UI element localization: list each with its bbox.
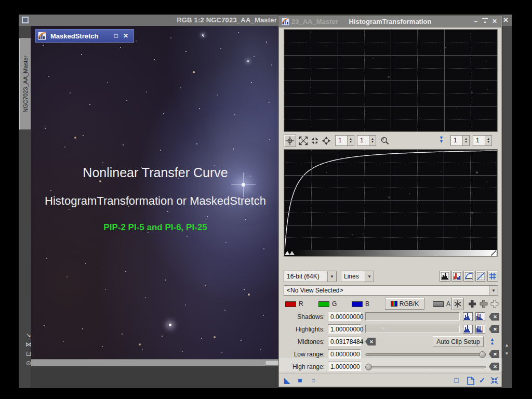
high-range-value-field[interactable]: 1.0000000 bbox=[328, 362, 361, 371]
horizontal-scrollbar-thumb[interactable] bbox=[265, 360, 279, 366]
edit-instance-icon[interactable]: □ bbox=[454, 376, 458, 384]
show-grid-button[interactable] bbox=[487, 271, 498, 282]
maskedstretch-close-icon[interactable]: ✕ bbox=[123, 32, 128, 39]
show-identity-line-button[interactable] bbox=[475, 271, 486, 282]
spinner-arrows[interactable]: ▲ ▼ bbox=[369, 136, 376, 145]
clipping-mid-icon[interactable] bbox=[480, 300, 488, 308]
translucent-stars bbox=[285, 150, 286, 151]
show-output-histogram-button[interactable] bbox=[451, 271, 462, 282]
clipping-light-icon[interactable] bbox=[490, 300, 499, 308]
channel-rgbk-label: RGB/K bbox=[400, 300, 419, 308]
transfer-curve-area[interactable] bbox=[285, 150, 497, 250]
plot-mode-select[interactable]: Lines ▼ bbox=[341, 271, 374, 282]
scroll-up-icon[interactable]: ▲ bbox=[504, 343, 510, 348]
horizontal-zoom-value: 1 bbox=[336, 136, 347, 145]
reset-collapse-icon[interactable] bbox=[490, 377, 498, 384]
low-range-value-field[interactable]: 0.0000000 bbox=[328, 349, 361, 358]
shadows-slider[interactable] bbox=[365, 312, 460, 321]
dialog-close-icon[interactable]: ✕ bbox=[492, 18, 497, 25]
midtones-reset-icon[interactable]: ✕ bbox=[365, 338, 376, 345]
new-instance-icon[interactable]: ◣ bbox=[284, 376, 290, 384]
horizontal-zoom-spinner[interactable]: 1 ▲ ▼ bbox=[335, 135, 354, 146]
dialog-titlebar[interactable]: 23_AA_Master HistogramTransformation – ▴… bbox=[279, 16, 501, 28]
highlights-slider[interactable] bbox=[365, 325, 460, 333]
image-side-tab-label: NGC7023_AA_Master bbox=[22, 56, 29, 112]
low-range-slider[interactable] bbox=[365, 353, 486, 356]
low-range-label: Low range: bbox=[279, 351, 325, 358]
documentation-icon[interactable] bbox=[467, 377, 474, 385]
channel-blue-toggle[interactable]: B bbox=[352, 299, 369, 309]
spin-down-icon[interactable]: ▼ bbox=[464, 141, 468, 143]
show-curve-button[interactable] bbox=[463, 271, 474, 282]
scroll-down-icon[interactable]: ▼ bbox=[504, 351, 510, 356]
section-collapse-icon[interactable]: ▲ ▲ bbox=[490, 338, 495, 345]
gradient-slider-strip[interactable] bbox=[285, 250, 497, 256]
toggle-output-histogram-icon[interactable]: ▼ ▼ bbox=[439, 136, 444, 143]
pan-mode-button[interactable] bbox=[320, 135, 332, 147]
green-swatch bbox=[318, 301, 329, 307]
highlights-clip-count-icon[interactable] bbox=[463, 325, 473, 334]
output-vertical-zoom-spinner[interactable]: 1 ▲ ▼ bbox=[473, 135, 492, 146]
astro-image-view[interactable]: Nonlinear Transfer Curve HistogramTransf… bbox=[31, 26, 280, 359]
zoom-in-mode-button[interactable] bbox=[297, 135, 310, 147]
bit-depth-select[interactable]: 16-bit (64K) ▼ bbox=[284, 271, 337, 282]
highlights-value-field[interactable]: 1.00000000 bbox=[328, 324, 361, 334]
shadows-clip-count-icon[interactable] bbox=[463, 312, 473, 321]
highlights-auto-clip-icon[interactable] bbox=[475, 325, 485, 334]
track-view-check-icon[interactable]: ✓ bbox=[479, 376, 485, 384]
shadows-auto-clip-icon[interactable] bbox=[475, 312, 485, 321]
dialog-minimize-icon[interactable]: – bbox=[474, 18, 477, 25]
midtones-value-field[interactable]: 0.03178484 bbox=[328, 337, 361, 346]
readout-mode-button[interactable] bbox=[284, 135, 296, 147]
spin-down-icon[interactable]: ▼ bbox=[349, 141, 352, 143]
shadows-value-field[interactable]: 0.00000000 bbox=[328, 312, 361, 321]
view-selector[interactable]: <No View Selected> ▼ bbox=[284, 285, 498, 296]
bright-star bbox=[247, 60, 249, 62]
spinner-arrows[interactable]: ▲ ▼ bbox=[462, 136, 469, 145]
input-histogram-panel[interactable] bbox=[284, 29, 498, 132]
main-close-icon[interactable]: ✕ bbox=[503, 16, 509, 24]
midtones-marker[interactable] bbox=[289, 251, 295, 255]
show-input-histogram-button[interactable] bbox=[440, 271, 450, 282]
shadows-row: Shadows: 0.00000000 ✕ bbox=[279, 311, 502, 324]
vertical-scrollbar[interactable]: ▲ ▼ bbox=[502, 26, 512, 388]
auto-clip-setup-button[interactable]: Auto Clip Setup bbox=[433, 336, 484, 347]
high-range-label: High range: bbox=[279, 363, 325, 370]
realtime-preview-icon[interactable]: ○ bbox=[311, 376, 315, 384]
raw-rgb-mode-button[interactable] bbox=[451, 298, 464, 310]
highlights-marker[interactable] bbox=[491, 250, 496, 256]
channel-alpha-toggle[interactable]: A bbox=[433, 299, 450, 309]
histogram-transformation-dialog: 23_AA_Master HistogramTransformation – ▴… bbox=[278, 16, 502, 387]
spinner-arrows[interactable]: ▲ ▼ bbox=[347, 136, 354, 145]
dialog-shade-icon[interactable]: ▴ bbox=[482, 18, 488, 24]
vertical-zoom-spinner[interactable]: 1 ▲ ▼ bbox=[357, 135, 376, 146]
maskedstretch-titlebar[interactable]: MaskedStretch □ ✕ bbox=[35, 29, 134, 43]
maskedstretch-restore-icon[interactable]: □ bbox=[114, 32, 118, 39]
channel-rgbk-toggle[interactable]: RGB/K bbox=[385, 298, 424, 310]
high-range-thumb[interactable] bbox=[365, 364, 372, 370]
chevron-down-icon[interactable]: ▼ bbox=[365, 271, 374, 282]
image-side-tab[interactable]: NGC7023_AA_Master bbox=[19, 38, 31, 130]
zoom-11-button[interactable] bbox=[379, 135, 391, 147]
chevron-down-icon[interactable]: ▼ bbox=[327, 271, 336, 282]
horizontal-scrollbar[interactable] bbox=[31, 359, 280, 366]
spinner-arrows[interactable]: ▲ ▼ bbox=[485, 136, 491, 145]
chevron-down-icon[interactable]: ▼ bbox=[489, 286, 498, 295]
shadows-reset-icon[interactable]: ✕ bbox=[489, 313, 499, 321]
spin-down-icon[interactable]: ▼ bbox=[487, 141, 490, 143]
spin-down-icon[interactable]: ▼ bbox=[371, 141, 374, 143]
zoom-out-mode-button[interactable] bbox=[309, 135, 321, 147]
channel-red-toggle[interactable]: R bbox=[285, 299, 303, 309]
clipping-dark-icon[interactable] bbox=[468, 300, 476, 308]
low-range-thumb[interactable] bbox=[479, 351, 486, 358]
channel-green-toggle[interactable]: G bbox=[318, 299, 337, 309]
vertical-zoom-value: 1 bbox=[357, 136, 369, 145]
apply-icon[interactable]: ■ bbox=[298, 376, 302, 384]
high-range-reset-icon[interactable]: ✕ bbox=[489, 363, 499, 370]
transfer-curve-panel[interactable] bbox=[284, 149, 498, 257]
low-range-reset-icon[interactable]: ✕ bbox=[489, 350, 499, 358]
highlights-reset-icon[interactable]: ✕ bbox=[489, 325, 499, 333]
high-range-slider[interactable] bbox=[365, 366, 486, 368]
output-horizontal-zoom-spinner[interactable]: 1 ▲ ▼ bbox=[450, 135, 470, 146]
bright-star bbox=[242, 183, 245, 187]
